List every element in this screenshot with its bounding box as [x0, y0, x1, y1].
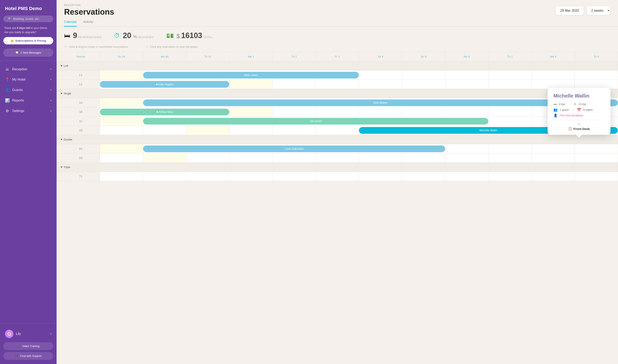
weeks-select[interactable]: 2 weeks 1 week 1 month [587, 6, 610, 15]
day-header-4: Th 2 [273, 52, 316, 61]
sidebar-item-reception[interactable]: 🛎 Reception ▾ [0, 64, 56, 74]
date-picker-button[interactable]: 29 Mar 2020 [555, 6, 584, 15]
settings-icon: ⚙ [5, 109, 10, 113]
hint-click: ☞ Click any reservation to view full det… [145, 45, 198, 49]
page-title: Reservations [64, 8, 114, 16]
tab-calendar[interactable]: Calendar [64, 20, 77, 26]
stat-occupied: ⏱ 20 % OCCUPIED [114, 31, 154, 40]
room-row-1A: 1A Nick Walker [57, 98, 618, 107]
crown-icon: 👑 [11, 39, 14, 42]
upgrade-button[interactable]: 👑 Subscriptions & Pricing [3, 37, 53, 44]
room-label-D1: D1 [57, 144, 100, 154]
reservation-lyoto-sakuraba[interactable]: Lyoto Sakuraba [143, 145, 445, 152]
money-icon: 💵 [166, 32, 174, 39]
avatar: 🌸 [5, 330, 14, 338]
room-label-1B: 1B [57, 107, 100, 117]
reservation-joe-smith[interactable]: Joe Smith [143, 118, 488, 125]
bed-icon: 🛏 [64, 32, 70, 39]
drag-hand-icon: ☞ [64, 45, 67, 49]
search-box[interactable]: 🔍 Booking, Guest, etc. [3, 15, 53, 22]
tooltip-guest-name: Michelle Wallin [553, 93, 604, 99]
room-row-1B: 1B Althea Silva [57, 107, 618, 117]
room-row-D1: D1 Lyoto Sakuraba [57, 144, 618, 154]
reservation-nick-walker[interactable]: Nick Walker [143, 99, 618, 106]
room-row-L2: L2 Sally Higgins [57, 80, 618, 89]
chevron-icon: ▾ [50, 110, 52, 112]
stat-total: 💵 $ 16103 TOTAL [166, 31, 213, 40]
guests-icon: 👤 [5, 88, 10, 92]
tabs-bar: Calendar Activity [56, 16, 618, 26]
myhotel-icon: 📍 [5, 77, 10, 82]
chevron-icon: ▾ [50, 89, 52, 91]
reports-icon: 📊 [5, 98, 10, 103]
calendar-table: Rooms Su 29 Mo 30 Tu 31 We 1 Th 2 Fr 3 S… [56, 52, 618, 181]
chevron-icon: ▾ [50, 68, 52, 71]
room-row-1C: 1C Joe Smith [57, 117, 618, 126]
tooltip-dates: 🛏 4 Apr → ✈ 13 Apr [553, 102, 604, 106]
tooltip-via-label: via [553, 123, 604, 126]
room-label-L1: L1 [57, 71, 100, 80]
sidebar-bottom: 🌸 Lily ▾ 📹 Video Training 🎧 Chat with Su… [0, 325, 56, 364]
user-name: Lily [16, 332, 48, 336]
day-header-10: We 8 [532, 52, 575, 61]
guests-count-icon: 👥 [553, 108, 558, 112]
sidebar: Hotel PMS Demo 🔍 Booking, Guest, etc. Th… [0, 0, 56, 364]
day-header-6: Sa 4 [359, 52, 402, 61]
desk-icon: 📋 [568, 127, 572, 130]
search-icon: 🔍 [8, 17, 12, 21]
breadcrumb: RECEPTION [64, 4, 114, 7]
messages-button[interactable]: 💬 1 New Messages [3, 49, 53, 57]
chat-support-button[interactable]: 🎧 Chat with Support [3, 352, 53, 360]
group-triple: ▼ Triple [57, 163, 618, 172]
headset-icon: 🎧 [15, 354, 18, 358]
page-header: RECEPTION Reservations 29 Mar 2020 2 wee… [56, 0, 618, 16]
sidebar-item-myhotel[interactable]: 📍 My Hotel ▾ [0, 74, 56, 85]
room-label-1C: 1C [57, 117, 100, 126]
room-label-T1: T1 [57, 172, 100, 181]
sidebar-item-settings[interactable]: ⚙ Settings ▾ [0, 106, 56, 116]
chat-icon: 💬 [15, 51, 19, 54]
stats-bar: 🛏 9 RESERVATIONS ⏱ 20 % OCCUPIED 💵 $ 161… [56, 26, 618, 45]
calendar-body: ▼ Loft L1 Hank Jones L2 Sally Higgins [57, 61, 618, 181]
reservation-tooltip: Michelle Wallin 🛏 4 Apr → ✈ 13 Apr 👥 1 g… [548, 88, 610, 135]
sidebar-item-reports[interactable]: 📊 Reports ▾ [0, 95, 56, 106]
sidebar-item-guests[interactable]: 👤 Guests ▾ [0, 85, 56, 95]
user-chevron-icon: ▾ [50, 333, 52, 335]
room-row-T1: T1 [57, 172, 618, 181]
tooltip-guests-nights: 👥 1 guest | 📅 9 nights [553, 108, 604, 112]
tab-activity[interactable]: Activity [83, 20, 93, 26]
user-menu[interactable]: 🌸 Lily ▾ [3, 328, 53, 340]
reservation-althea-silva[interactable]: Althea Silva [100, 109, 229, 115]
room-row-1D: 1D Michelle Wallin [57, 126, 618, 135]
calendar-area: Rooms Su 29 Mo 30 Tu 31 We 1 Th 2 Fr 3 S… [56, 52, 618, 364]
stat-reservations: 🛏 9 RESERVATIONS [64, 31, 101, 40]
video-icon: 📹 [17, 345, 21, 348]
hint-drag: ☞ Click & drag to create or reschedule r… [64, 45, 129, 49]
nights-icon: 📅 [577, 108, 581, 112]
sidebar-nav: 🛎 Reception ▾ 📍 My Hotel ▾ 👤 Guests ▾ 📊 … [0, 62, 56, 322]
day-header-5: Fr 3 [316, 52, 359, 61]
day-header-7: Su 5 [402, 52, 445, 61]
day-header-3: We 1 [230, 52, 273, 61]
demo-message: There are 9 days left in your Demo. Are … [0, 26, 56, 37]
calendar-header-row: Rooms Su 29 Mo 30 Tu 31 We 1 Th 2 Fr 3 S… [57, 52, 618, 61]
day-header-9: Tu 7 [489, 52, 532, 61]
room-label-L2: L2 [57, 80, 100, 89]
day-header-8: Mo 6 [445, 52, 489, 61]
flight-icon: ✈ [574, 102, 576, 106]
room-label-D2: D2 [57, 154, 100, 163]
video-training-button[interactable]: 📹 Video Training [3, 342, 53, 350]
group-loft: ▼ Loft [57, 61, 618, 71]
day-header-0: Su 29 [100, 52, 143, 61]
main-content: RECEPTION Reservations 29 Mar 2020 2 wee… [56, 0, 618, 364]
room-label-1A: 1A [57, 98, 100, 107]
package-icon: 👤 [553, 114, 558, 117]
reservation-hank-jones[interactable]: Hank Jones [143, 72, 359, 78]
search-placeholder: Booking, Guest, etc. [13, 17, 40, 21]
day-header-2: Tu 31 [186, 52, 230, 61]
group-double: ▼ Double [57, 135, 618, 144]
reservation-sally-higgins[interactable]: Sally Higgins [100, 81, 229, 88]
rooms-column-header: Rooms [57, 52, 100, 61]
day-header-1: Mo 30 [143, 52, 186, 61]
room-label-1D: 1D [57, 126, 100, 135]
